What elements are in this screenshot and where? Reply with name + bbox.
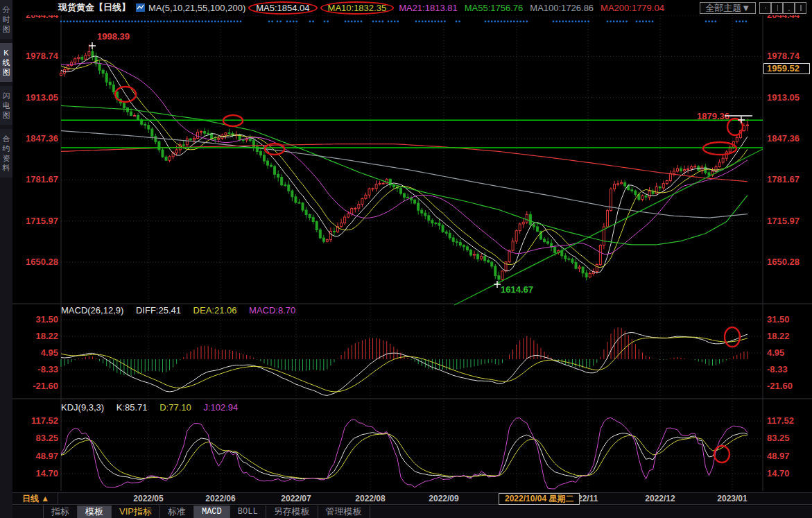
svg-text:18.22: 18.22: [767, 331, 790, 341]
theme-dropdown-button[interactable]: 全部主题▼: [700, 2, 756, 14]
candle: [481, 257, 483, 259]
candle: [508, 250, 510, 262]
candle: [399, 188, 401, 193]
macd-dea-value: DEA:21.06: [193, 305, 237, 316]
x-axis-date-3: 2022/08: [355, 493, 385, 505]
toolbar-tab-1[interactable]: 模板: [77, 506, 111, 518]
x-axis-scale-icon[interactable]: [783, 2, 795, 14]
crosshair-date-box: 2022/10/04 星期二: [499, 493, 580, 505]
candle: [242, 140, 244, 141]
pop-out-icon[interactable]: [795, 2, 806, 14]
toolbar-tab-2[interactable]: VIP指标: [111, 506, 159, 518]
candle: [148, 126, 150, 129]
toolbar-tab-5[interactable]: BOLL: [230, 506, 266, 518]
candle: [333, 231, 335, 232]
candle: [684, 170, 686, 171]
svg-text:18.22: 18.22: [35, 331, 58, 341]
candle: [284, 185, 286, 186]
toolbar-tab-4[interactable]: MACD: [193, 506, 230, 518]
chart-canvas[interactable]: 2044.442044.441978.741978.741913.051913.…: [0, 0, 812, 518]
red-circle-annotation: [714, 446, 729, 463]
candle: [225, 133, 227, 135]
candle: [435, 223, 437, 224]
ma-value-0: MA5:1854.04: [248, 1, 317, 15]
kdj-d-value: D:77.10: [159, 402, 191, 413]
candle: [715, 167, 717, 171]
right-axis-price-highlight: 1959.52: [763, 63, 810, 74]
macd-layer: [61, 327, 748, 395]
svg-text:117.52: 117.52: [767, 415, 794, 426]
svg-text:1715.97: 1715.97: [26, 216, 58, 226]
candle: [526, 214, 528, 222]
candle: [288, 185, 290, 191]
ma-value-5: MA200:1779.04: [601, 3, 664, 13]
candle: [196, 132, 198, 139]
toolbar-tab-7[interactable]: 管理模板: [318, 506, 370, 518]
ma21-line: [61, 62, 748, 254]
candle: [126, 107, 128, 112]
candle: [403, 193, 405, 197]
ma-values-group: MA5:1854.04MA10:1832.35MA21:1813.81MA55:…: [247, 3, 668, 13]
candle: [375, 184, 377, 189]
candle: [522, 222, 524, 224]
candle: [85, 55, 87, 59]
cross-marker: [89, 42, 96, 49]
candle: [249, 139, 251, 140]
candle: [585, 273, 587, 277]
candle: [344, 217, 346, 223]
candle: [358, 205, 360, 209]
sidebar-tab-2[interactable]: 闪电图: [0, 86, 12, 125]
svg-text:-8.33: -8.33: [37, 364, 58, 374]
cross-marker: [738, 116, 745, 123]
period-selector[interactable]: 日线 ▲: [14, 493, 58, 505]
sidebar-tab-3[interactable]: 合约资料: [0, 129, 12, 178]
candle: [582, 267, 584, 273]
bottom-toolbar: 指标模板VIP指标标准MACDBOLL另存模板管理模板: [12, 506, 812, 518]
candle: [298, 202, 300, 203]
svg-text:-21.60: -21.60: [33, 381, 58, 391]
svg-text:31.50: 31.50: [767, 314, 790, 325]
svg-text:1913.05: 1913.05: [26, 92, 58, 103]
candle: [708, 173, 710, 175]
toolbar-tab-3[interactable]: 标准: [159, 506, 193, 518]
candle: [267, 161, 269, 165]
candle: [648, 191, 650, 197]
candle: [218, 138, 220, 139]
toolbar-tab-0[interactable]: 指标: [43, 506, 77, 518]
candle: [351, 208, 353, 214]
sidebar-tab-0[interactable]: 分时图: [0, 0, 12, 39]
candle: [614, 184, 616, 189]
candle: [88, 51, 90, 55]
y-axis-scale-icon[interactable]: [771, 2, 783, 14]
candle: [112, 85, 114, 92]
sidebar-tab-1[interactable]: K线图: [0, 43, 12, 82]
ma55-line: [61, 105, 748, 245]
candle: [438, 223, 440, 225]
trading-app-window: 2044.442044.441978.741978.741913.051913.…: [0, 0, 812, 518]
ma-value-1: MA10:1832.35: [320, 1, 395, 15]
candle: [459, 242, 461, 245]
candle: [295, 197, 297, 202]
candle: [694, 166, 696, 167]
candle: [379, 184, 381, 184]
crosshair-icon[interactable]: [759, 2, 771, 14]
candle: [274, 166, 276, 174]
candle: [214, 139, 216, 140]
candle: [484, 257, 486, 261]
svg-text:14.70: 14.70: [767, 468, 790, 478]
candle: [417, 203, 420, 210]
toolbar-tab-6[interactable]: 另存模板: [266, 506, 318, 518]
candle: [655, 187, 657, 194]
candle: [599, 245, 601, 265]
ma-value-4: MA100:1726.86: [530, 3, 594, 13]
price-label: 1879.36: [697, 111, 729, 121]
candle: [392, 185, 395, 187]
candle: [151, 129, 153, 137]
top-header: 现货黄金【日线】 MA(5,10,21,55,100,200) MA5:1854…: [12, 0, 812, 15]
candle: [578, 267, 580, 268]
candle: [130, 112, 132, 115]
svg-text:-8.33: -8.33: [767, 364, 788, 374]
candle: [452, 238, 454, 241]
candle: [137, 115, 139, 119]
svg-text:-21.60: -21.60: [767, 381, 793, 391]
